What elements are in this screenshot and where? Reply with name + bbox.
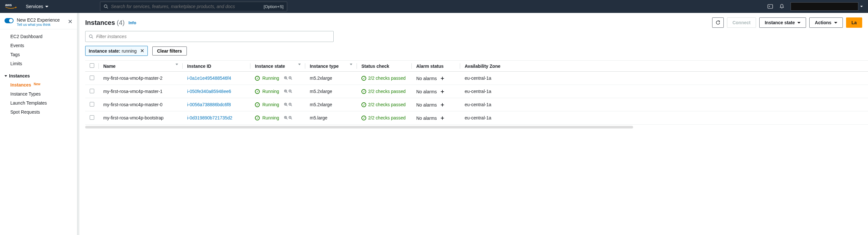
sidebar-item-instances[interactable]: Instances New [0,80,77,89]
cell-checkbox [85,85,99,98]
connect-button[interactable]: Connect [727,18,756,28]
status-label: 2/2 checks passed [368,115,406,120]
col-availability-zone[interactable]: Availability Zone [460,61,868,72]
clear-filters-button[interactable]: Clear filters [152,47,187,56]
sidebar-item-spot-requests[interactable]: Spot Requests [0,108,77,117]
new-experience-toggle[interactable] [4,18,13,23]
refresh-button[interactable] [712,18,724,28]
cell-name: my-first-rosa-vmc4p-master-1 [99,85,183,98]
alarm-label: No alarms [416,76,437,81]
cell-checkbox [85,111,99,125]
state-details-icon[interactable] [284,116,293,120]
col-status-check[interactable]: Status check [357,61,412,72]
services-label: Services [26,4,43,9]
cell-availability-zone: eu-central-1a [460,72,868,85]
horizontal-scrollbar[interactable] [85,126,633,128]
state-details-icon[interactable] [284,89,293,94]
page-title: Instances (4) [85,19,125,27]
cell-name: my-first-rosa-vmc4p-master-2 [99,72,183,85]
info-link[interactable]: Info [128,20,136,25]
state-label: Running [262,89,279,94]
sort-icon [176,64,178,65]
svg-point-5 [89,34,92,37]
cell-checkbox [85,72,99,85]
svg-line-8 [286,79,287,80]
close-icon[interactable]: ✕ [140,48,144,54]
cell-instance-state: Running [250,72,305,85]
col-label: Status check [362,64,389,69]
row-checkbox[interactable] [90,102,94,107]
col-name[interactable]: Name [99,61,183,72]
filter-input-wrap[interactable] [85,31,334,42]
cell-instance-id[interactable]: i-0056a738886bdc6f8 [183,98,250,111]
table-row[interactable]: my-first-rosa-vmc4p-bootstrap i-0d319890… [85,111,868,125]
status-label: 2/2 checks passed [368,76,406,81]
row-checkbox[interactable] [90,89,94,93]
new-experience-feedback-link[interactable]: Tell us what you think [17,23,60,27]
filter-chip-instance-state[interactable]: Instance state: running ✕ [85,46,148,56]
col-label: Instance ID [187,64,211,69]
sidebar-item-launch-templates[interactable]: Launch Templates [0,98,77,108]
check-circle-icon [362,116,366,120]
search-shortcut-label: [Option+S] [264,4,284,9]
instance-state-button[interactable]: Instance state [759,18,806,28]
row-checkbox[interactable] [90,115,94,120]
bell-icon[interactable] [779,4,785,9]
table-row[interactable]: my-first-rosa-vmc4p-master-0 i-0056a7388… [85,98,868,111]
sidebar-item-limits[interactable]: Limits [0,59,77,68]
table-row[interactable]: my-first-rosa-vmc4p-master-1 i-050fe340a… [85,85,868,98]
caret-down-icon [860,6,863,7]
aws-logo[interactable]: aws [5,3,17,10]
close-icon[interactable]: ✕ [68,18,72,25]
caret-down-icon [45,6,49,7]
state-details-icon[interactable] [284,102,293,107]
add-alarm-icon[interactable]: ＋ [439,75,445,81]
topnav-right [767,2,863,11]
cell-instance-id[interactable]: i-050fe340a85948ee6 [183,85,250,98]
global-search-input[interactable] [111,4,260,9]
col-instance-state[interactable]: Instance state [250,61,305,72]
cell-status-check: 2/2 checks passed [357,72,412,85]
sidebar-item-instance-types[interactable]: Instance Types [0,89,77,98]
global-search[interactable]: [Option+S] [100,2,287,11]
alarm-label: No alarms [416,102,437,108]
new-experience-banner: New EC2 Experience Tell us what you thin… [0,13,77,29]
status-label: 2/2 checks passed [368,89,406,94]
state-details-icon[interactable] [284,76,293,80]
cloudshell-icon[interactable] [767,4,773,9]
sidebar-group-instances[interactable]: Instances [0,71,77,80]
col-label: Instance state [255,64,285,69]
sidebar-item-events[interactable]: Events [0,41,77,50]
services-menu[interactable]: Services [26,4,49,9]
svg-line-2 [106,7,108,8]
cell-instance-type: m5.2xlarge [305,98,357,111]
check-circle-icon [362,89,366,94]
col-instance-id[interactable]: Instance ID [183,61,250,72]
col-alarm-status[interactable]: Alarm status [412,61,460,72]
svg-line-22 [286,105,287,106]
cell-instance-state: Running [250,111,305,125]
add-alarm-icon[interactable]: ＋ [439,115,445,121]
check-circle-icon [362,102,366,107]
actions-button[interactable]: Actions [809,18,842,28]
state-label: Running [262,76,279,81]
add-alarm-icon[interactable]: ＋ [439,88,445,95]
search-icon [89,34,94,39]
add-alarm-icon[interactable]: ＋ [439,101,445,108]
cell-instance-id[interactable]: i-0d319890b721735d2 [183,111,250,125]
check-circle-icon [255,116,260,120]
sidebar-item-tags[interactable]: Tags [0,50,77,59]
row-checkbox[interactable] [90,76,94,80]
check-circle-icon [255,102,260,107]
select-all-checkbox[interactable] [90,63,94,68]
account-menu[interactable] [790,2,858,11]
sidebar-item-ec2-dashboard[interactable]: EC2 Dashboard [0,32,77,41]
col-instance-type[interactable]: Instance type [305,61,357,72]
table-row[interactable]: my-first-rosa-vmc4p-master-2 i-0a1e1e495… [85,72,868,85]
cell-instance-id[interactable]: i-0a1e1e495488546f4 [183,72,250,85]
launch-instance-button[interactable]: La [846,18,862,28]
filter-instances-input[interactable] [96,34,330,39]
instance-state-button-label: Instance state [765,20,795,25]
cell-instance-type: m5.2xlarge [305,85,357,98]
col-label: Instance type [310,64,339,69]
